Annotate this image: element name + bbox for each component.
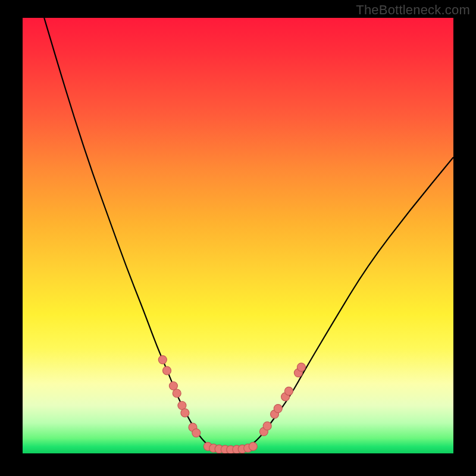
data-marker [284, 387, 293, 395]
bottleneck-curve [44, 18, 453, 450]
data-marker [173, 389, 181, 397]
watermark-text: TheBottleneck.com [356, 2, 470, 18]
data-marker [274, 405, 282, 413]
data-marker [169, 382, 177, 390]
data-marker [158, 356, 167, 364]
chart-frame: TheBottleneck.com [0, 0, 476, 476]
data-marker [297, 363, 305, 371]
data-marker [181, 409, 189, 417]
data-marker [163, 367, 171, 375]
data-marker [192, 429, 201, 437]
data-marker [263, 422, 271, 430]
curve-svg [23, 18, 453, 453]
plot-area [23, 18, 453, 453]
data-marker [249, 442, 257, 450]
